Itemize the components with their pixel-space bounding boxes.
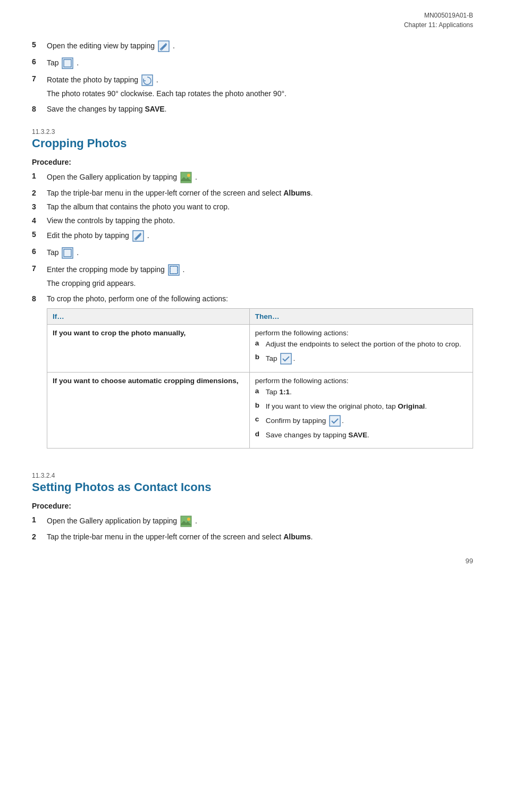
s1133-step-1-suffix: . <box>195 517 197 525</box>
auto-sub-c: c Confirm by tapping . <box>255 415 467 427</box>
crop-icon <box>168 264 180 276</box>
section-1133-steps: 1 Open the Gallery application by tappin… <box>32 515 473 541</box>
s1132-step-4-content: View the controls by tapping the photo. <box>47 216 473 225</box>
s1132-step-5-content: Edit the photo by tapping . <box>47 230 473 242</box>
s1132-step-6-text: Tap <box>47 248 61 257</box>
auto-then-intro: perform the following actions: <box>255 377 349 385</box>
s1132-step-3-num: 3 <box>32 202 47 211</box>
section-1132-procedure: Procedure: <box>32 158 473 166</box>
auto-sub-b-letter: b <box>255 401 266 409</box>
s1132-step-7-sub: The cropping grid appears. <box>47 278 473 289</box>
auto-sub-d-text: Save changes by tapping SAVE. <box>266 430 467 441</box>
auto-sub-a-letter: a <box>255 387 266 395</box>
s1133-step-1-text: Open the Gallery application by tapping <box>47 517 179 525</box>
step-7-suffix: . <box>156 75 158 84</box>
auto-sub-b-text: If you want to view the original photo, … <box>266 401 467 412</box>
step-5-text: Open the editing view by tapping <box>47 41 157 50</box>
s1132-step-3: 3 Tap the album that contains the photo … <box>32 202 473 211</box>
step-6-suffix: . <box>77 58 79 67</box>
s1132-step-1-content: Open the Gallery application by tapping … <box>47 172 473 183</box>
step-5-suffix: . <box>173 41 175 50</box>
s1132-step-7-suffix: . <box>183 265 185 274</box>
s1132-step-1-suffix: . <box>195 173 197 181</box>
table-row-auto-if: If you want to choose automatic cropping… <box>47 373 250 449</box>
check-icon-1 <box>280 353 292 365</box>
section-1133-num: 11.3.2.4 <box>32 472 473 479</box>
step-5-num: 5 <box>32 40 47 49</box>
crop-action-table: If… Then… If you want to crop the photo … <box>47 308 473 449</box>
section-1132-title: Cropping Photos <box>32 137 473 150</box>
step-6: 6 Tap . <box>32 57 473 69</box>
step-7-content: Rotate the photo by tapping . The photo … <box>47 74 473 99</box>
table-col2-header: Then… <box>249 309 473 325</box>
auto-sub-c-text: Confirm by tapping . <box>266 415 467 427</box>
s1132-step-2: 2 Tap the triple-bar menu in the upper-l… <box>32 189 473 197</box>
edit-icon <box>158 40 170 52</box>
auto-sub-d-letter: d <box>255 430 266 438</box>
s1132-step-6-suffix: . <box>77 248 79 257</box>
s1133-step-2: 2 Tap the triple-bar menu in the upper-l… <box>32 532 473 541</box>
table-row-auto: If you want to choose automatic cropping… <box>47 373 473 449</box>
header-line1: MN005019A01-B <box>32 11 473 20</box>
s1132-step-8-num: 8 <box>32 294 47 303</box>
s1133-step-1-num: 1 <box>32 515 47 524</box>
s1132-step-4-num: 4 <box>32 216 47 225</box>
s1132-step-4: 4 View the controls by tapping the photo… <box>32 216 473 225</box>
s1133-step-2-text: Tap the triple-bar menu in the upper-lef… <box>47 532 313 541</box>
s1132-step-8-text: To crop the photo, perform one of the fo… <box>47 294 228 303</box>
s1132-step-6: 6 Tap . <box>32 247 473 259</box>
manual-then-intro: perform the following actions: <box>255 329 349 337</box>
header-line2: Chapter 11: Applications <box>32 20 473 30</box>
s1133-step-2-content: Tap the triple-bar menu in the upper-lef… <box>47 532 473 541</box>
s1133-step-1-content: Open the Gallery application by tapping … <box>47 515 473 527</box>
manual-sub-a-text: Adjust the endpoints to select the porti… <box>266 339 467 350</box>
s1132-step-1-num: 1 <box>32 172 47 180</box>
s1132-step-7-content: Enter the cropping mode by tapping . The… <box>47 264 473 289</box>
auto-sub-a-text: Tap 1:1. <box>266 387 467 397</box>
step-8-num: 8 <box>32 105 47 113</box>
s1132-step-6-num: 6 <box>32 247 47 256</box>
s1132-step-5-suffix: . <box>147 231 149 240</box>
manual-sub-b-text: Tap . <box>266 353 467 365</box>
section-1133-title: Setting Photos as Contact Icons <box>32 480 473 494</box>
gallery-icon-1 <box>180 172 192 183</box>
step-7-num: 7 <box>32 74 47 83</box>
section-1132-num: 11.3.2.3 <box>32 128 473 136</box>
s1132-step-5-text: Edit the photo by tapping <box>47 231 131 240</box>
square-icon <box>62 57 73 69</box>
s1133-step-2-num: 2 <box>32 532 47 541</box>
s1132-step-1: 1 Open the Gallery application by tappin… <box>32 172 473 183</box>
s1132-step-5: 5 Edit the photo by tapping . <box>32 230 473 242</box>
gallery-icon-2 <box>180 515 192 527</box>
s1132-step-7-num: 7 <box>32 264 47 273</box>
s1132-step-8: 8 To crop the photo, perform one of the … <box>32 294 473 457</box>
step-8-content: Save the changes by tapping SAVE. <box>47 105 473 113</box>
section-1132-steps: 1 Open the Gallery application by tappin… <box>32 172 473 457</box>
table-row-auto-then: perform the following actions: a Tap 1:1… <box>249 373 473 449</box>
s1133-step-1: 1 Open the Gallery application by tappin… <box>32 515 473 527</box>
s1132-step-2-text: Tap the triple-bar menu in the upper-lef… <box>47 189 313 197</box>
page-number: 99 <box>32 557 473 565</box>
auto-sub-b: b If you want to view the original photo… <box>255 401 467 412</box>
section-1133-procedure: Procedure: <box>32 502 473 510</box>
step-7: 7 Rotate the photo by tapping . The phot… <box>32 74 473 99</box>
square-icon-2 <box>62 247 73 259</box>
edit-icon-2 <box>132 230 144 242</box>
table-row-manual-if: If you want to crop the photo manually, <box>47 325 250 373</box>
s1132-step-1-text: Open the Gallery application by tapping <box>47 173 179 181</box>
step-8: 8 Save the changes by tapping SAVE. <box>32 105 473 113</box>
step-6-text: Tap <box>47 58 61 67</box>
step-7-text: Rotate the photo by tapping <box>47 75 140 84</box>
s1132-step-2-num: 2 <box>32 189 47 197</box>
step-6-content: Tap . <box>47 57 473 69</box>
table-row-manual-then: perform the following actions: a Adjust … <box>249 325 473 373</box>
manual-sub-b-letter: b <box>255 353 266 361</box>
manual-sub-a-letter: a <box>255 339 266 347</box>
auto-sub-d: d Save changes by tapping SAVE. <box>255 430 467 441</box>
table-col1-header: If… <box>47 309 250 325</box>
s1132-step-7: 7 Enter the cropping mode by tapping . T… <box>32 264 473 289</box>
s1132-step-2-content: Tap the triple-bar menu in the upper-lef… <box>47 189 473 197</box>
step-6-num: 6 <box>32 57 47 66</box>
step-5-content: Open the editing view by tapping . <box>47 40 473 52</box>
auto-sub-a: a Tap 1:1. <box>255 387 467 397</box>
